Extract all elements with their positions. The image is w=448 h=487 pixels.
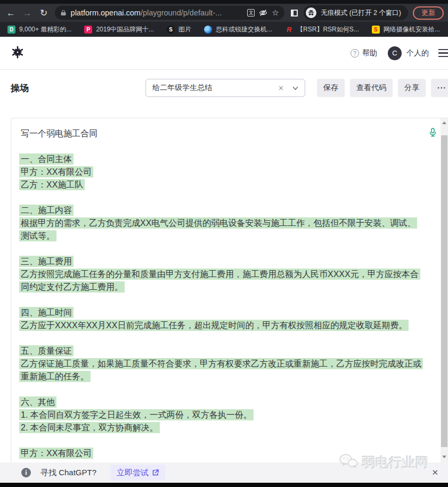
editor-line — [21, 434, 421, 447]
profile-label[interactable]: 个人的 — [406, 48, 429, 58]
editor-content: 写一个弱电施工合同 一、合同主体甲方：XX有限公司乙方：XX施工队 二、施工内容… — [11, 118, 448, 460]
editor-line — [21, 383, 421, 396]
tab-overview-icon[interactable] — [291, 10, 298, 17]
editor-line: 二、施工内容 — [21, 204, 421, 217]
editor-line: 根据甲方的需求，乙方负责完成XX电气公司提供的弱电设备安装与施工工作，包括但不限… — [21, 217, 421, 242]
reload-icon[interactable]: ↻ — [37, 9, 51, 18]
playground-toolbar: 操场 给二年级学生总结 ✕ 保存 查看代码 分享 ··· — [0, 70, 448, 106]
editor-line — [21, 191, 421, 204]
bottom-strip — [0, 483, 448, 487]
editor-line: 三、施工费用 — [21, 255, 421, 268]
scrollbar-thumb[interactable] — [441, 135, 447, 447]
bookmark-favicon: R — [285, 26, 293, 34]
bookmark-favicon: P — [84, 26, 92, 34]
editor-line: 写一个弱电施工合同 — [21, 127, 421, 140]
scrollbar[interactable] — [441, 118, 448, 462]
clear-preset-icon[interactable]: ✕ — [278, 84, 284, 92]
editor-line: 一、合同主体 — [21, 153, 421, 166]
back-icon[interactable]: ← — [4, 9, 18, 18]
url-text[interactable]: platform.openai.com/playground/p/default… — [71, 9, 243, 17]
editor-line — [21, 242, 421, 255]
microphone-icon[interactable] — [429, 128, 437, 139]
external-link-icon — [152, 468, 159, 477]
bookmark-label: 思科或锐捷交换机... — [216, 25, 272, 34]
editor-line — [21, 294, 421, 306]
more-options-button[interactable]: ··· — [431, 79, 448, 97]
chevron-down-icon[interactable] — [292, 84, 298, 92]
help-icon: ? — [351, 49, 359, 58]
bookmark-item[interactable]: D9,000+ 最精彩的... — [7, 25, 71, 34]
bookmark-favicon: D — [7, 26, 15, 34]
editor-line: 乙方保证施工质量，如果施工质量不符合要求，甲方有权要求乙方改正或重新施工，乙方应… — [21, 358, 421, 383]
bookmark-label: 网络摄像机安装拾... — [384, 25, 440, 34]
editor-line: 1. 本合同自双方签字之日起生效，一式两份，双方各执一份。 — [21, 409, 421, 421]
save-button[interactable]: 保存 — [317, 79, 345, 97]
preset-select[interactable]: 给二年级学生总结 ✕ — [145, 79, 305, 97]
editor-line: 五、质量保证 — [21, 345, 421, 358]
bookmark-star-icon[interactable]: ☆ — [272, 8, 279, 18]
close-banner-icon[interactable]: ✕ — [431, 468, 438, 477]
url-host: platform.openai.com — [71, 9, 141, 17]
bookmark-item[interactable]: P2019中国品牌网十... — [84, 25, 154, 34]
lock-icon — [60, 10, 67, 16]
editor-line: 甲方：XX有限公司 — [21, 166, 421, 178]
bookmark-item[interactable]: 思科或锐捷交换机... — [204, 25, 272, 34]
banner-text: 寻找 ChatGPT? — [40, 468, 96, 478]
incognito-label: 无痕模式 (已打开 2 个窗口) — [321, 9, 401, 18]
avatar[interactable]: C — [388, 46, 402, 60]
editor-line — [21, 140, 421, 153]
update-button[interactable]: 更新 — [413, 6, 444, 20]
chatgpt-banner: i 寻找 ChatGPT? 立即尝试 ✕ — [0, 462, 448, 483]
share-button[interactable]: 分享 — [398, 79, 426, 97]
help-label: 帮助 — [362, 48, 377, 58]
view-code-button[interactable]: 查看代码 — [350, 79, 393, 97]
bookmarks-bar: D9,000+ 最精彩的...P2019中国品牌网十...S图片思科或锐捷交换机… — [0, 22, 448, 37]
browser-toolbar: ← → ↻ platform.openai.com/playground/p/d… — [0, 4, 448, 22]
eye-off-icon[interactable] — [259, 9, 267, 17]
editor-line: 乙方：XX施工队 — [21, 178, 421, 191]
address-bar[interactable]: platform.openai.com/playground/p/default… — [55, 6, 284, 20]
openai-logo-icon[interactable] — [11, 45, 25, 61]
bookmark-label: 9,000+ 最精彩的... — [19, 25, 71, 34]
editor-line — [21, 332, 421, 345]
editor-line: 甲方：XX有限公司 — [21, 447, 421, 460]
scroll-up-icon[interactable] — [442, 121, 446, 124]
bookmark-label: 【RSR】RSR如何S... — [297, 25, 359, 34]
try-now-button[interactable]: 立即尝试 — [110, 465, 165, 481]
window-top-strip — [0, 0, 448, 4]
editor-line: 六、其他 — [21, 396, 421, 409]
editor-line: 2. 本合同未尽事宜，双方协商解决。 — [21, 421, 421, 434]
bookmark-label: 图片 — [178, 25, 191, 34]
incognito-icon — [306, 7, 316, 18]
forward-icon[interactable]: → — [21, 9, 34, 18]
incognito-badge: 无痕模式 (已打开 2 个窗口) — [304, 5, 408, 20]
bookmark-favicon — [204, 26, 212, 34]
preset-value: 给二年级学生总结 — [152, 83, 278, 93]
page-title: 操场 — [11, 82, 29, 94]
bookmark-favicon: S — [167, 26, 175, 34]
site-header: ? 帮助 C 个人的 — [0, 37, 448, 70]
editor-line: 乙方应于XXXX年XX月XX日前完成施工任务，超出规定时间的，甲方有权按照相应的… — [21, 319, 421, 332]
translate-icon[interactable]: 文 — [247, 9, 255, 17]
url-path: /playground/p/default-... — [141, 9, 222, 17]
editor-line: 四、施工时间 — [21, 306, 421, 319]
editor-line: 乙方按照完成施工任务的分量和质量由甲方支付施工费用，施工费用总额为人民币XXXX… — [21, 268, 421, 294]
menu-icon[interactable] — [438, 47, 448, 60]
bookmark-favicon: S — [372, 26, 380, 34]
bookmark-item[interactable]: S网络摄像机安装拾... — [372, 25, 440, 34]
info-icon: i — [21, 468, 31, 477]
prompt-editor[interactable]: 写一个弱电施工合同 一、合同主体甲方：XX有限公司乙方：XX施工队 二、施工内容… — [11, 118, 448, 487]
scroll-down-icon[interactable] — [442, 456, 446, 458]
bookmark-label: 2019中国品牌网十... — [96, 25, 154, 34]
bookmark-item[interactable]: R【RSR】RSR如何S... — [285, 25, 359, 34]
bookmark-item[interactable]: S图片 — [167, 25, 191, 34]
help-menu[interactable]: ? 帮助 — [351, 48, 377, 58]
